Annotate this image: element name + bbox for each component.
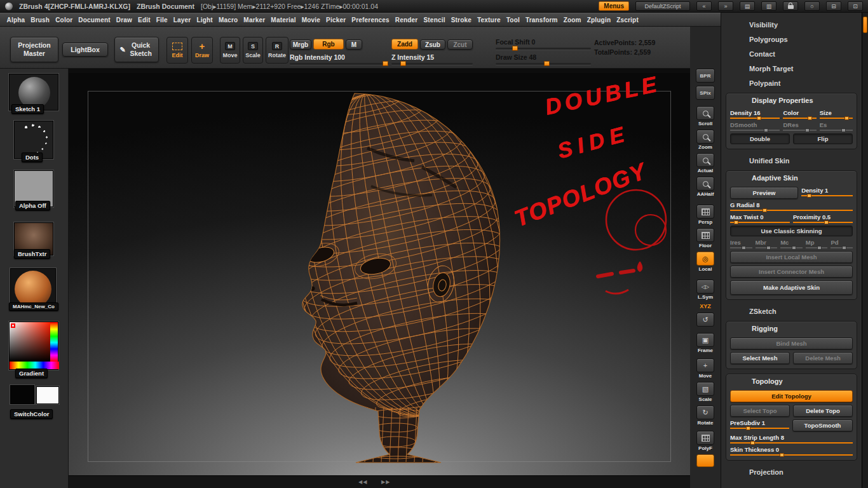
switch-color-label[interactable]: SwitchColor	[10, 409, 53, 419]
ring-icon[interactable]: ○	[804, 1, 820, 11]
edit-topology-button[interactable]: Edit Topology	[730, 390, 853, 402]
menu-zoom[interactable]: Zoom	[560, 17, 584, 24]
preview-button[interactable]: Preview	[730, 187, 798, 199]
projection-master-button[interactable]: Projection Master	[10, 37, 58, 62]
frame-button[interactable]: ▣ Frame	[696, 333, 714, 353]
transp-button[interactable]	[696, 454, 714, 467]
shelf-move-button[interactable]: + Move	[696, 358, 714, 379]
scroll-right-icon[interactable]: ▶▶	[381, 479, 390, 485]
menu-brush[interactable]: Brush	[28, 17, 53, 24]
ires-slider[interactable]: Ires	[730, 239, 752, 248]
slider-knob[interactable]	[383, 61, 388, 66]
size-control[interactable]: Size	[820, 109, 853, 119]
toposmooth-button[interactable]: TopoSmooth	[792, 419, 853, 431]
section-display-properties[interactable]: Display Properties	[730, 95, 853, 107]
section-projection[interactable]: Projection	[721, 465, 862, 480]
zrotate-button[interactable]: ↺	[696, 313, 714, 327]
rotate-toggle[interactable]: R Rotate	[266, 37, 288, 64]
section-contact[interactable]: Contact	[721, 47, 862, 62]
zoom-button[interactable]: Zoom	[696, 130, 714, 150]
select-mesh-button[interactable]: Select Mesh	[730, 352, 790, 364]
proximity-slider[interactable]: Proximity 0.5	[793, 214, 853, 223]
bind-mesh-button[interactable]: Bind Mesh	[730, 337, 853, 349]
draw-toggle[interactable]: + Draw	[191, 37, 213, 64]
zscript-record-icon[interactable]: «	[696, 1, 712, 11]
section-unified-skin[interactable]: Unified Skin	[721, 154, 862, 168]
flip-switch[interactable]: Flip	[793, 133, 853, 144]
menu-picker[interactable]: Picker	[323, 17, 349, 24]
hue-strip[interactable]	[50, 322, 58, 362]
presubdiv-slider[interactable]: PreSubdiv 1	[730, 419, 789, 431]
spix-button[interactable]: SPix	[696, 86, 715, 100]
menu-macro[interactable]: Macro	[215, 17, 240, 24]
delete-mesh-button[interactable]: Delete Mesh	[793, 352, 853, 364]
dsmooth-slider[interactable]: DSmooth	[730, 121, 780, 131]
actual-button[interactable]: Actual	[696, 153, 714, 173]
document-canvas[interactable]: DOUBLE SIDE TOPOLOGY	[69, 73, 690, 475]
section-zsketch[interactable]: ZSketch	[721, 304, 862, 319]
polyf-button[interactable]: PolyF	[696, 431, 714, 451]
menu-material[interactable]: Material	[268, 17, 299, 24]
main-color-swatch[interactable]	[10, 385, 34, 404]
section-morph-target[interactable]: Morph Target	[721, 62, 862, 76]
local-button[interactable]: ◎ Local	[696, 252, 714, 272]
scroll-left-icon[interactable]: ◀◀	[358, 479, 367, 485]
section-visibility[interactable]: Visibility	[721, 18, 862, 32]
es-control[interactable]: Es	[820, 121, 853, 131]
bpr-button[interactable]: BPR	[696, 69, 715, 83]
zadd-button[interactable]: Zadd	[391, 39, 418, 50]
slider-knob[interactable]	[512, 46, 518, 51]
menu-movie[interactable]: Movie	[299, 17, 323, 24]
menu-zscript[interactable]: Zscript	[614, 17, 642, 24]
panel-scrollbar-thumb[interactable]	[863, 17, 867, 33]
window-box-icon[interactable]: ⊡	[848, 1, 863, 11]
max-strip-length-slider[interactable]: Max Strip Length 8	[730, 434, 853, 444]
dres-control[interactable]: DRes	[783, 121, 816, 131]
menu-light[interactable]: Light	[194, 17, 215, 24]
menu-transform[interactable]: Transform	[522, 17, 560, 24]
slider-knob[interactable]	[400, 61, 406, 66]
use-classic-skinning-switch[interactable]: Use Classic Skinning	[730, 226, 853, 236]
rgb-intensity-slider[interactable]: Rgb Intensity 100	[290, 53, 389, 65]
make-adaptive-skin-button[interactable]: Make Adaptive Skin	[730, 280, 853, 295]
zscript-play-icon[interactable]: »	[718, 1, 733, 11]
scroll-button[interactable]: Scroll	[696, 106, 714, 126]
menu-render[interactable]: Render	[392, 17, 421, 24]
g-radial-slider[interactable]: G Radial 8	[730, 201, 853, 211]
lsym-button[interactable]: ◁▷ L.Sym	[696, 280, 714, 300]
section-polypaint[interactable]: Polypaint	[721, 76, 862, 91]
m-button[interactable]: M	[346, 39, 362, 50]
zcut-button[interactable]: Zcut	[447, 39, 473, 50]
floor-button[interactable]: Floor	[696, 228, 714, 248]
shelf-scale-button[interactable]: ▧ Scale	[696, 382, 714, 402]
skin-thickness-slider[interactable]: Skin Thickness 0	[730, 446, 853, 456]
menu-stencil[interactable]: Stencil	[421, 17, 448, 24]
menu-draw[interactable]: Draw	[113, 17, 135, 24]
menu-tool[interactable]: Tool	[503, 17, 522, 24]
menu-marker[interactable]: Marker	[241, 17, 268, 24]
draw-size-slider[interactable]: Draw Size 48	[496, 53, 591, 65]
insert-local-mesh-button[interactable]: Insert Local Mesh	[730, 251, 853, 263]
edit-toggle[interactable]: Edit	[166, 37, 188, 64]
xyz-button[interactable]: XYZ	[700, 303, 711, 309]
menu-texture[interactable]: Texture	[475, 17, 504, 24]
secondary-color-swatch[interactable]	[36, 386, 59, 404]
menu-preferences[interactable]: Preferences	[349, 17, 392, 24]
double-switch[interactable]: Double	[730, 133, 790, 144]
color-picker[interactable]	[9, 322, 58, 370]
select-topo-button[interactable]: Select Topo	[730, 405, 790, 417]
aahalf-button[interactable]: AAHalf	[696, 177, 714, 197]
paste-document-icon[interactable]: ▥	[761, 1, 776, 11]
adaptive-density-slider[interactable]: Density 1	[801, 187, 853, 199]
menu-alpha[interactable]: Alpha	[4, 17, 28, 24]
scale-toggle[interactable]: S Scale	[243, 37, 263, 64]
section-topology[interactable]: Topology	[730, 376, 853, 388]
color-control[interactable]: Color	[783, 109, 816, 119]
canvas-horizontal-scrollbar[interactable]: ◀◀ ▶▶	[69, 475, 690, 488]
menu-color[interactable]: Color	[53, 17, 76, 24]
slider-knob[interactable]	[544, 61, 550, 66]
panel-scrollbar[interactable]	[862, 13, 868, 488]
menu-edit[interactable]: Edit	[135, 17, 154, 24]
copy-document-icon[interactable]: ▤	[740, 1, 755, 11]
minimize-icon[interactable]: ⊟	[826, 1, 841, 11]
